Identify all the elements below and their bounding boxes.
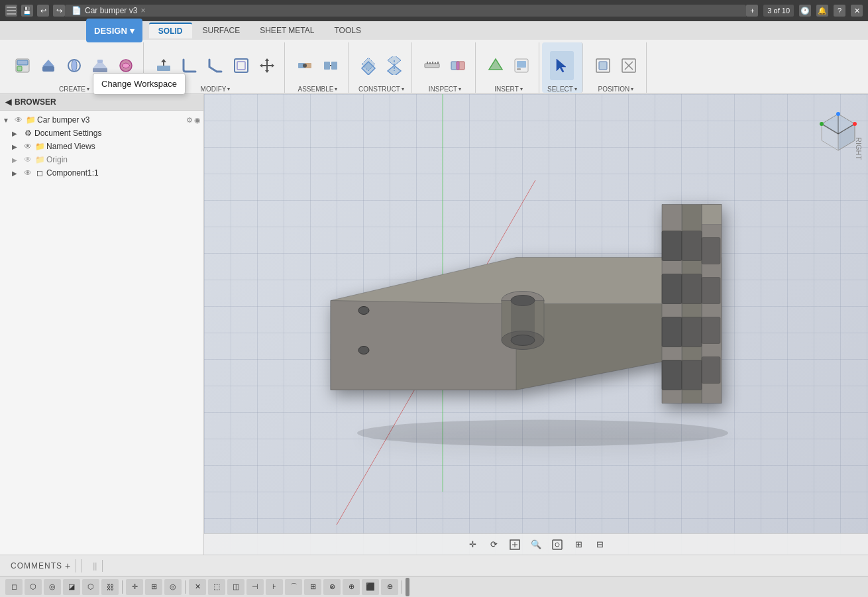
frame-select-button[interactable]: ◻ [5, 579, 23, 595]
svg-rect-11 [97, 60, 103, 63]
joint-button[interactable] [293, 51, 317, 80]
lasso-button[interactable]: ◎ [44, 579, 61, 595]
active-tab[interactable]: 📄 Car bumper v3 × [65, 5, 746, 17]
design-workspace-button[interactable]: DESIGN ▾ [86, 19, 142, 42]
sidebar: ◀ BROWSER ▼ 👁 📁 Car bumper v3 ⚙ ◉ ▶ ⚙ Do… [0, 94, 204, 555]
measure-button[interactable] [420, 51, 444, 80]
snap-button[interactable]: ⊞ [145, 579, 162, 595]
chain-button[interactable]: ⛓ [101, 579, 119, 595]
connect-button[interactable]: ⌒ [285, 579, 302, 595]
svg-rect-10 [93, 68, 107, 72]
version-indicator[interactable]: 3 of 10 [763, 5, 794, 17]
tree-item-origin[interactable]: ▶ 👁 📁 Origin [0, 153, 203, 166]
origin-arrow: ▶ [12, 156, 21, 164]
edge-select-button[interactable]: ⬡ [82, 579, 99, 595]
split-button[interactable]: ⊣ [246, 579, 264, 595]
named-views-eye-icon[interactable]: 👁 [23, 141, 33, 152]
paint-button[interactable]: ◪ [63, 579, 80, 595]
revert-position-button[interactable] [617, 51, 641, 80]
select-tool-button[interactable] [550, 51, 574, 80]
bridge-button[interactable]: ⊦ [266, 579, 283, 595]
browser-title: BROWSER [15, 97, 56, 107]
move-triad-button[interactable]: ✛ [126, 579, 143, 595]
svg-rect-61 [662, 274, 682, 303]
offset-plane-button[interactable] [356, 51, 380, 80]
extrude-button[interactable] [36, 51, 60, 80]
add-tab-button[interactable]: + [746, 5, 758, 17]
svg-point-27 [303, 64, 307, 68]
display-mode-button[interactable] [548, 537, 567, 553]
file-icon: 📄 [72, 6, 81, 15]
redo-icon[interactable]: ↪ [53, 5, 65, 17]
origin-eye-icon[interactable]: 👁 [23, 154, 33, 165]
extrude-face-button[interactable]: ⬛ [362, 579, 379, 595]
tree-item-named-views[interactable]: ▶ 👁 📁 Named Views [0, 140, 203, 153]
svg-rect-68 [702, 237, 720, 264]
insert-label: INSERT ▾ [494, 85, 523, 93]
revolve-button[interactable] [62, 51, 86, 80]
svg-marker-55 [331, 300, 516, 390]
midplane-button[interactable] [382, 51, 406, 80]
app-menu-icon[interactable] [5, 5, 17, 17]
shell-button[interactable] [229, 51, 253, 80]
svg-rect-60 [662, 231, 682, 260]
delete-button[interactable]: ✕ [189, 579, 206, 595]
clock-icon[interactable]: 🕐 [799, 5, 811, 17]
root-settings-icon[interactable]: ⚙ [186, 116, 193, 125]
timeline-marker[interactable] [406, 578, 409, 596]
help-icon[interactable]: ? [834, 5, 845, 17]
tab-sheetmetal[interactable]: SHEET METAL [250, 23, 323, 38]
new-component-button[interactable] [11, 51, 34, 80]
undo-icon[interactable]: ↩ [37, 5, 49, 17]
capture-position-button[interactable] [591, 51, 615, 80]
model-container [324, 171, 748, 478]
svg-rect-63 [662, 360, 682, 390]
doc-settings-label: Document Settings [34, 129, 201, 138]
window-close-button[interactable]: ✕ [851, 5, 863, 17]
chamfer-button[interactable] [203, 51, 227, 80]
decal-button[interactable] [510, 51, 533, 80]
tab-solid[interactable]: SOLID [149, 23, 192, 38]
assemble-tools [293, 42, 343, 85]
slide-button[interactable]: ⊕ [343, 579, 360, 595]
insert-mesh-button[interactable] [484, 51, 508, 80]
zoom-in-button[interactable]: 🔍 [527, 537, 545, 553]
tab-title: Car bumper v3 [85, 6, 137, 15]
root-eye-icon[interactable]: 👁 [13, 115, 24, 125]
svg-rect-67 [682, 360, 702, 390]
notification-icon[interactable]: 🔔 [816, 5, 828, 17]
collapse-button[interactable]: ⊕ [381, 579, 398, 595]
save-icon[interactable]: 💾 [21, 5, 33, 17]
tree-item-doc-settings[interactable]: ▶ ⚙ Document Settings [0, 127, 203, 140]
interference-button[interactable] [446, 51, 470, 80]
bevel-button[interactable]: ⊗ [323, 579, 341, 595]
axis-cube[interactable] [815, 107, 855, 147]
pattern-button[interactable]: ⬚ [208, 579, 225, 595]
browser-collapse-button[interactable]: ◀ [5, 97, 11, 107]
tree-item-component[interactable]: ▶ 👁 ◻ Component1:1 [0, 166, 203, 180]
tree-item-root[interactable]: ▼ 👁 📁 Car bumper v3 ⚙ ◉ [0, 113, 203, 127]
grid-toggle-button[interactable]: ⊞ [569, 537, 588, 553]
origin-folder-icon: 📁 [34, 154, 45, 165]
tab-close-button[interactable]: × [140, 6, 145, 15]
component-eye-icon[interactable]: 👁 [23, 168, 33, 178]
zoom-fit-button[interactable] [506, 537, 524, 553]
free-select-button[interactable]: ⬡ [25, 579, 42, 595]
root-action-icon[interactable]: ◉ [194, 116, 201, 125]
as-built-joint-button[interactable] [319, 51, 343, 80]
tab-tools[interactable]: TOOLS [325, 23, 370, 38]
named-views-arrow: ▶ [12, 143, 21, 150]
pivot-button[interactable]: ◎ [164, 579, 182, 595]
tab-surface[interactable]: SURFACE [193, 23, 250, 38]
construct-tools [356, 42, 406, 85]
viewport[interactable]: RIGHT ✛ ⟳ 🔍 ⊞ ⊟ [204, 94, 868, 555]
insert-edge-button[interactable]: ⊞ [304, 579, 321, 595]
mirror-button[interactable]: ◫ [227, 579, 244, 595]
comments-add-button[interactable]: + [65, 561, 70, 571]
orbit-button[interactable]: ⟳ [484, 537, 503, 553]
change-workspace-label: Change Workspace [101, 79, 177, 89]
viewport-settings-button[interactable]: ⊟ [590, 537, 609, 553]
pan-button[interactable]: ✛ [463, 537, 482, 553]
construct-label: CONSTRUCT ▾ [358, 85, 404, 93]
move-button[interactable] [255, 51, 279, 80]
